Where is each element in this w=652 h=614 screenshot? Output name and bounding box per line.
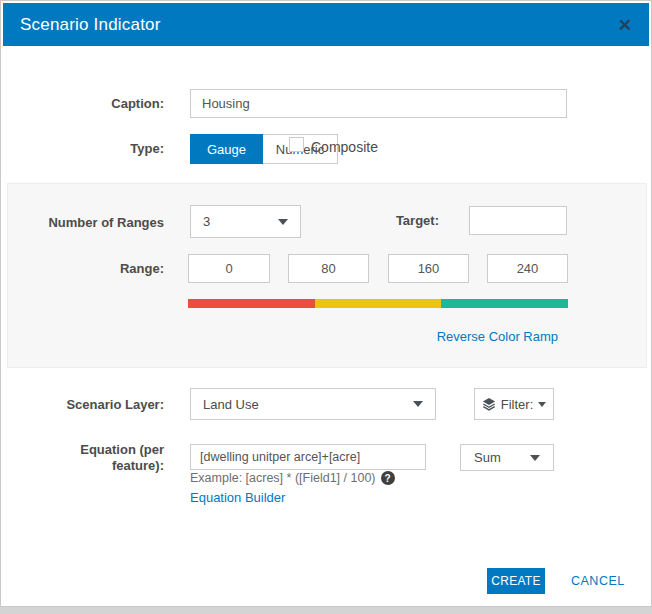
layers-icon bbox=[482, 397, 496, 411]
target-label: Target: bbox=[371, 213, 439, 228]
range-input-3[interactable] bbox=[388, 254, 469, 283]
scenario-layer-value: Land Use bbox=[203, 397, 259, 412]
scenario-indicator-dialog-page: Scenario Indicator ✕ Caption: Type: Gaug… bbox=[0, 0, 652, 614]
equation-example-row: Example: [acres] * ([Field1] / 100) ? bbox=[190, 471, 395, 485]
ramp-segment-yellow bbox=[315, 299, 442, 308]
dialog-title: Scenario Indicator bbox=[20, 15, 161, 35]
aggregation-select[interactable]: Sum bbox=[460, 444, 554, 471]
number-of-ranges-label: Number of Ranges bbox=[21, 215, 164, 230]
target-input[interactable] bbox=[469, 206, 567, 235]
color-ramp-bar bbox=[188, 299, 568, 308]
chevron-down-icon bbox=[413, 401, 423, 407]
help-icon[interactable]: ? bbox=[381, 471, 395, 485]
range-input-2[interactable] bbox=[288, 254, 369, 283]
caption-input[interactable] bbox=[190, 89, 567, 118]
scenario-indicator-dialog: Scenario Indicator ✕ Caption: Type: Gaug… bbox=[0, 0, 652, 607]
filter-button[interactable]: Filter: bbox=[474, 388, 554, 420]
filter-button-label: Filter: bbox=[501, 397, 534, 412]
cancel-button[interactable]: CANCEL bbox=[571, 574, 625, 588]
equation-example-text: Example: [acres] * ([Field1] / 100) bbox=[190, 471, 376, 485]
chevron-down-icon bbox=[278, 219, 288, 225]
dialog-header: Scenario Indicator ✕ bbox=[3, 3, 649, 46]
range-input-4[interactable] bbox=[487, 254, 568, 283]
equation-label-line2: feature): bbox=[21, 458, 164, 474]
scenario-layer-label: Scenario Layer: bbox=[21, 397, 164, 412]
range-label: Range: bbox=[21, 261, 164, 276]
composite-label: Composite bbox=[311, 139, 378, 155]
ramp-segment-red bbox=[188, 299, 315, 308]
caption-label: Caption: bbox=[21, 96, 164, 111]
number-of-ranges-select[interactable]: 3 bbox=[190, 205, 301, 238]
number-of-ranges-value: 3 bbox=[203, 214, 210, 229]
equation-label: Equation (per feature): bbox=[21, 442, 164, 474]
scenario-layer-select[interactable]: Land Use bbox=[190, 388, 436, 420]
reverse-color-ramp-link[interactable]: Reverse Color Ramp bbox=[401, 329, 558, 344]
create-button[interactable]: CREATE bbox=[487, 568, 545, 594]
equation-input[interactable] bbox=[190, 444, 426, 470]
chevron-down-icon bbox=[530, 455, 540, 461]
composite-checkbox[interactable] bbox=[289, 137, 304, 152]
close-icon[interactable]: ✕ bbox=[618, 16, 632, 33]
chevron-down-icon bbox=[538, 402, 546, 407]
type-gauge-button[interactable]: Gauge bbox=[190, 134, 263, 164]
aggregation-value: Sum bbox=[474, 450, 501, 465]
type-label: Type: bbox=[21, 141, 164, 156]
equation-builder-link[interactable]: Equation Builder bbox=[190, 490, 285, 505]
equation-label-line1: Equation (per bbox=[21, 442, 164, 458]
ramp-segment-teal bbox=[441, 299, 568, 308]
range-input-1[interactable] bbox=[188, 254, 270, 283]
